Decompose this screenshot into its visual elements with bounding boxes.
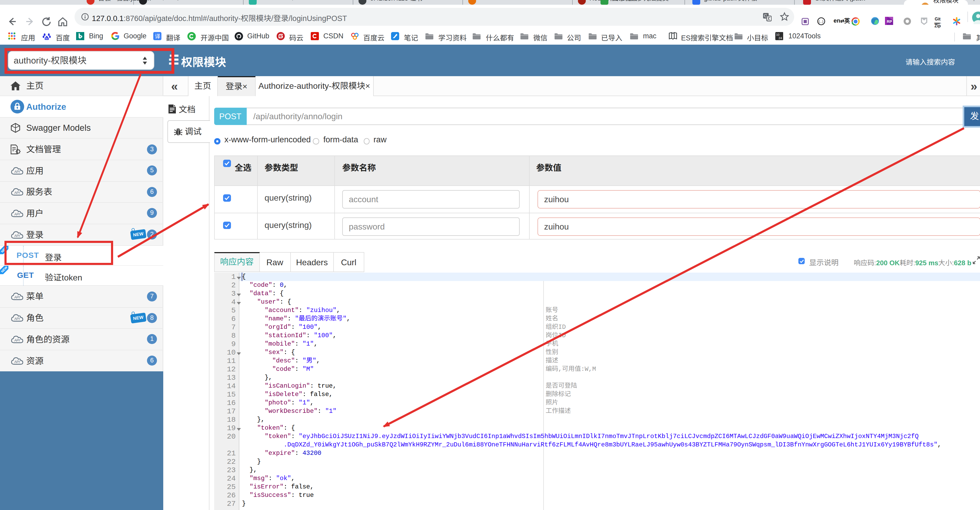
svg-text:RP: RP (887, 19, 892, 24)
svg-text:译: 译 (155, 33, 161, 40)
svg-text:du: du (45, 37, 48, 40)
svg-text:{...}: {...} (819, 20, 823, 23)
svg-text:24: 24 (778, 36, 782, 40)
svg-text:10: 10 (776, 33, 779, 36)
